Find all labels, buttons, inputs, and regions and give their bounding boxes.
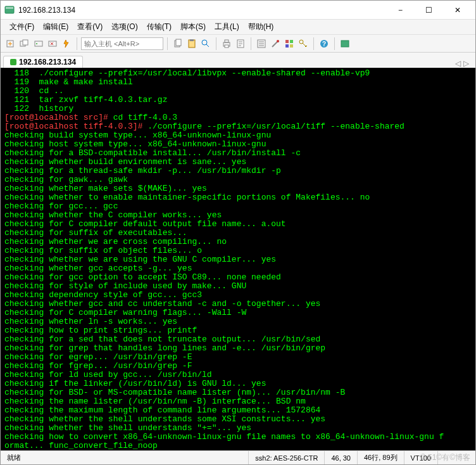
- svg-rect-11: [190, 39, 194, 41]
- tab-scroll-right[interactable]: ▷: [463, 59, 469, 68]
- menubar: 文件(F) 编辑(E) 查看(V) 选项(O) 传输(T) 脚本(S) 工具(L…: [1, 20, 475, 35]
- svg-rect-20: [290, 40, 293, 43]
- properties-icon[interactable]: [255, 37, 268, 50]
- svg-rect-9: [176, 39, 181, 46]
- status-ready: 就绪: [1, 451, 59, 464]
- help-icon[interactable]: ?: [318, 37, 330, 50]
- svg-text:?: ?: [322, 41, 326, 48]
- toolbar-separator: [334, 37, 335, 50]
- maximize-button[interactable]: ☐: [415, 1, 443, 20]
- toolbar-separator: [167, 37, 168, 50]
- status-size: 46行, 89列: [357, 451, 404, 464]
- log-icon[interactable]: [234, 37, 247, 50]
- titlebar: 192.168.213.134 − ☐ ✕: [1, 1, 475, 20]
- toolbar-separator: [251, 37, 251, 50]
- svg-rect-19: [285, 40, 289, 43]
- settings-icon[interactable]: [269, 37, 282, 50]
- svg-rect-4: [23, 40, 28, 45]
- statusbar: 就绪 ssh2: AES-256-CTR 46, 30 46行, 89列 VT1…: [1, 450, 475, 464]
- svg-rect-7: [49, 41, 56, 46]
- menu-view[interactable]: 查看(V): [73, 20, 106, 34]
- key-icon[interactable]: [297, 37, 310, 50]
- find-icon[interactable]: [199, 37, 212, 50]
- svg-rect-22: [290, 44, 293, 48]
- svg-rect-26: [341, 41, 349, 47]
- tab-label: 192.168.213.134: [19, 58, 76, 67]
- toolbar-separator: [77, 37, 77, 50]
- quick-connect-icon[interactable]: [60, 37, 73, 50]
- toolbar: ?: [1, 35, 475, 53]
- print-icon[interactable]: [220, 37, 233, 50]
- svg-rect-14: [225, 40, 229, 42]
- options-icon[interactable]: [283, 37, 296, 50]
- menu-script[interactable]: 脚本(S): [177, 20, 210, 34]
- host-input[interactable]: [81, 37, 163, 50]
- app-icon: [4, 5, 15, 15]
- new-session-icon[interactable]: [4, 37, 17, 50]
- copy-icon[interactable]: [172, 37, 184, 50]
- menu-file[interactable]: 文件(F): [6, 20, 38, 34]
- svg-rect-21: [285, 44, 289, 48]
- tabbar: 192.168.213.134 ◁ ▷: [1, 53, 475, 68]
- disconnect-icon[interactable]: [46, 37, 59, 50]
- menu-edit[interactable]: 编辑(E): [39, 20, 72, 34]
- terminal[interactable]: 118 ./configure --prefix=/usr/local/libv…: [1, 68, 475, 450]
- toolbar-separator: [313, 37, 314, 50]
- connected-icon: [10, 59, 16, 65]
- svg-rect-1: [6, 7, 13, 9]
- status-term: VT100: [404, 451, 437, 464]
- paste-icon[interactable]: [185, 37, 198, 50]
- toolbar-separator: [216, 37, 216, 50]
- menu-transfer[interactable]: 传输(T): [143, 20, 175, 34]
- session-tab[interactable]: 192.168.213.134: [3, 56, 83, 68]
- sessions-icon[interactable]: [18, 37, 31, 50]
- svg-point-18: [277, 40, 279, 42]
- reconnect-icon[interactable]: [32, 37, 45, 50]
- xshell-icon[interactable]: [339, 37, 351, 50]
- menu-tools[interactable]: 工具(L): [211, 20, 243, 34]
- svg-point-6: [36, 43, 37, 44]
- status-connection: ssh2: AES-256-CTR: [248, 451, 324, 464]
- status-extra: [437, 451, 475, 464]
- tab-scroll-left[interactable]: ◁: [455, 59, 461, 68]
- status-position: 46, 30: [324, 451, 357, 464]
- minimize-button[interactable]: −: [386, 1, 415, 20]
- svg-point-12: [202, 40, 207, 45]
- close-button[interactable]: ✕: [443, 1, 472, 20]
- menu-help[interactable]: 帮助(H): [244, 20, 278, 34]
- svg-rect-5: [35, 41, 42, 46]
- svg-rect-15: [225, 45, 229, 48]
- menu-options[interactable]: 选项(O): [108, 20, 141, 34]
- window-title: 192.168.213.134: [18, 6, 386, 15]
